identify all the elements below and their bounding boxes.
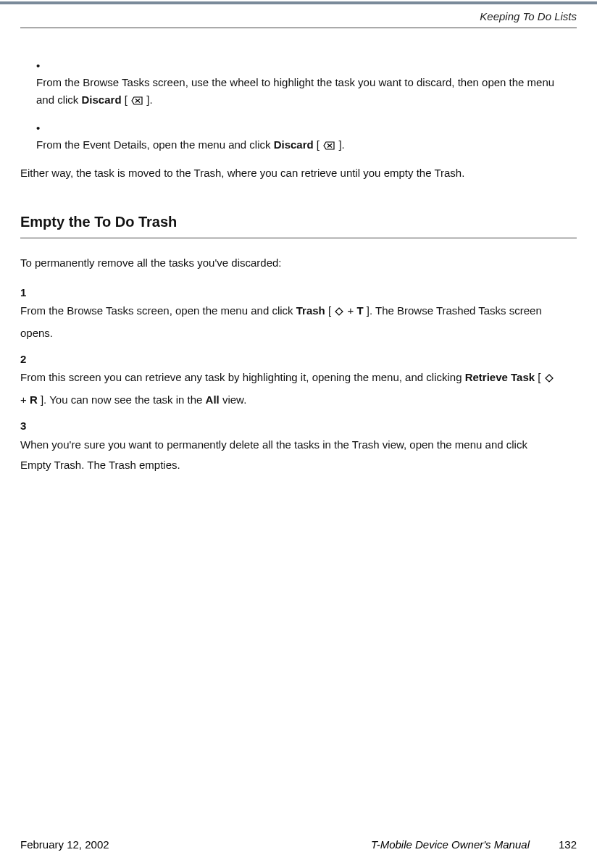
footer-page-number: 132	[559, 838, 577, 851]
step2-retrieve-label: Retrieve Task	[465, 371, 535, 383]
bullet-item: • From the Event Details, open the menu …	[36, 120, 577, 155]
step-number: 1	[20, 284, 38, 301]
step2-all-label: All	[206, 393, 220, 406]
delete-x-icon	[131, 93, 143, 109]
bullet-dot-icon: •	[36, 57, 46, 74]
bullet2-discard-label: Discard	[274, 138, 314, 151]
bullet1-bracket-open: [	[122, 93, 131, 106]
step1-bracket-open: [	[325, 304, 335, 317]
step1-plus: +	[344, 304, 356, 317]
section-intro: To permanently remove all the tasks you'…	[20, 254, 577, 271]
step2-text-f: ]. You can now see the task in the	[38, 393, 206, 406]
closing-paragraph: Either way, the task is moved to the Tra…	[20, 164, 577, 181]
diamond-icon	[545, 369, 554, 390]
step2-bracket-open: [	[535, 371, 544, 383]
bullet2-bracket-open: [	[314, 138, 323, 151]
bullet2-bracket-close: ].	[335, 138, 345, 151]
step2-text-a: From this screen you can retrieve any ta…	[20, 371, 465, 383]
step-item: 1 From the Browse Tasks screen, open the…	[20, 284, 577, 343]
bullet1-discard-label: Discard	[82, 93, 122, 106]
bullet1-bracket-close: ].	[143, 93, 153, 106]
footer-date: February 12, 2002	[20, 838, 109, 851]
step1-key-t: T	[356, 304, 363, 317]
step2-text-h: view.	[220, 393, 247, 406]
step3-text: When you're sure you want to permanently…	[20, 438, 527, 472]
footer-manual-title: T-Mobile Device Owner's Manual	[371, 838, 530, 851]
step-number: 2	[20, 351, 38, 367]
step2-plus: +	[20, 393, 30, 406]
header-section-title: Keeping To Do Lists	[480, 10, 577, 22]
step2-key-r: R	[30, 393, 38, 406]
delete-x-icon	[323, 138, 335, 154]
step1-trash-label: Trash	[296, 304, 325, 317]
section-heading: Empty the To Do Trash	[20, 211, 577, 238]
diamond-icon	[335, 302, 343, 323]
bullet2-text-a: From the Event Details, open the menu an…	[36, 138, 274, 151]
bullet-item: • From the Browse Tasks screen, use the …	[36, 57, 577, 109]
bullet-dot-icon: •	[36, 120, 46, 136]
step-item: 3 When you're sure you want to permanent…	[20, 417, 577, 475]
step-number: 3	[20, 417, 38, 434]
step-item: 2 From this screen you can retrieve any …	[20, 351, 577, 410]
step1-text-a: From the Browse Tasks screen, open the m…	[20, 304, 296, 317]
